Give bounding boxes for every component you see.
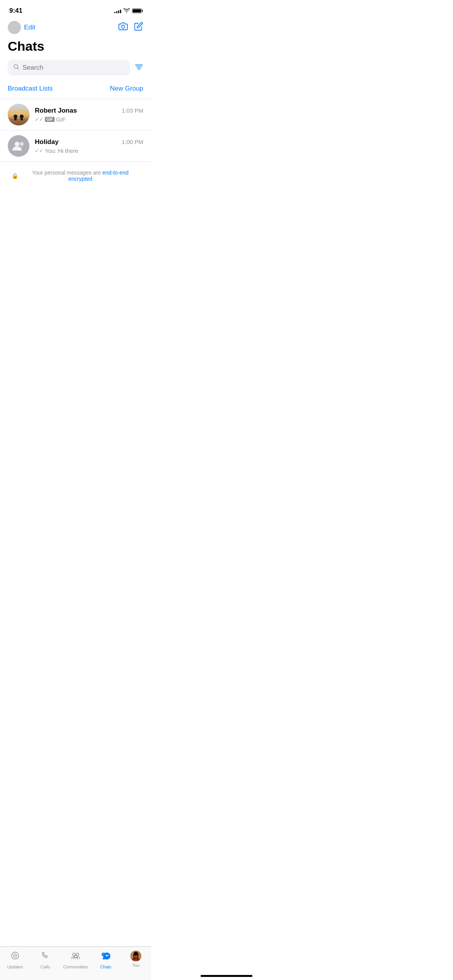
search-icon xyxy=(13,64,19,72)
encryption-text: Your personal messages are end-to-end en… xyxy=(21,170,139,182)
chat-name: Robert Jonas xyxy=(35,107,77,115)
svg-rect-6 xyxy=(8,118,29,125)
battery-icon xyxy=(132,9,142,13)
camera-icon[interactable] xyxy=(118,22,128,33)
avatar[interactable] xyxy=(8,21,21,34)
group-avatar xyxy=(8,135,29,157)
status-bar: 9:41 xyxy=(0,0,151,19)
header-left: Edit xyxy=(8,21,35,34)
double-check-icon: ✓✓ xyxy=(35,117,43,122)
status-time: 9:41 xyxy=(9,7,22,15)
header-right xyxy=(118,22,143,33)
status-icons xyxy=(114,8,142,14)
search-input[interactable] xyxy=(22,64,125,72)
page-title: Chats xyxy=(0,37,151,60)
chat-info-holiday: Holiday 1:00 PM ✓✓ You: Hi there xyxy=(35,138,143,154)
header: Edit xyxy=(0,19,151,37)
filter-icon[interactable] xyxy=(135,63,143,73)
broadcast-lists-link[interactable]: Broadcast Lists xyxy=(8,85,53,93)
chat-top: Robert Jonas 1:03 PM xyxy=(35,107,143,115)
svg-rect-8 xyxy=(14,117,17,120)
action-row: Broadcast Lists New Group xyxy=(0,82,151,99)
chat-time: 1:03 PM xyxy=(122,107,143,114)
avatar-holiday xyxy=(8,135,29,157)
preview-text: You: Hi there xyxy=(45,147,78,154)
new-group-link[interactable]: New Group xyxy=(110,85,143,93)
search-bar[interactable] xyxy=(8,60,130,75)
chat-name: Holiday xyxy=(35,138,58,146)
preview-text: GIF xyxy=(56,116,66,123)
chat-preview: ✓✓ You: Hi there xyxy=(35,147,143,154)
search-container xyxy=(0,60,151,75)
avatar-robert-jonas xyxy=(8,104,29,125)
wifi-icon xyxy=(124,8,130,14)
chat-list: Robert Jonas 1:03 PM ✓✓ GIF GIF xyxy=(0,99,151,162)
chat-item-robert-jonas[interactable]: Robert Jonas 1:03 PM ✓✓ GIF GIF xyxy=(0,99,151,130)
encryption-notice: 🔒 Your personal messages are end-to-end … xyxy=(0,162,151,190)
chat-preview: ✓✓ GIF GIF xyxy=(35,116,143,123)
gif-badge: GIF xyxy=(45,117,55,122)
signal-icon xyxy=(114,9,121,13)
chat-info-robert-jonas: Robert Jonas 1:03 PM ✓✓ GIF GIF xyxy=(35,107,143,123)
svg-point-0 xyxy=(122,25,125,28)
chat-time: 1:00 PM xyxy=(122,139,143,145)
double-check-icon: ✓✓ xyxy=(35,148,43,154)
chat-top: Holiday 1:00 PM xyxy=(35,138,143,146)
chat-item-holiday[interactable]: Holiday 1:00 PM ✓✓ You: Hi there xyxy=(0,130,151,162)
lock-icon: 🔒 xyxy=(12,173,18,179)
svg-point-11 xyxy=(15,142,19,146)
compose-icon[interactable] xyxy=(134,22,143,33)
avatar-photo xyxy=(8,104,29,125)
edit-button[interactable]: Edit xyxy=(24,24,35,31)
svg-rect-10 xyxy=(21,117,23,120)
svg-point-12 xyxy=(20,142,24,146)
